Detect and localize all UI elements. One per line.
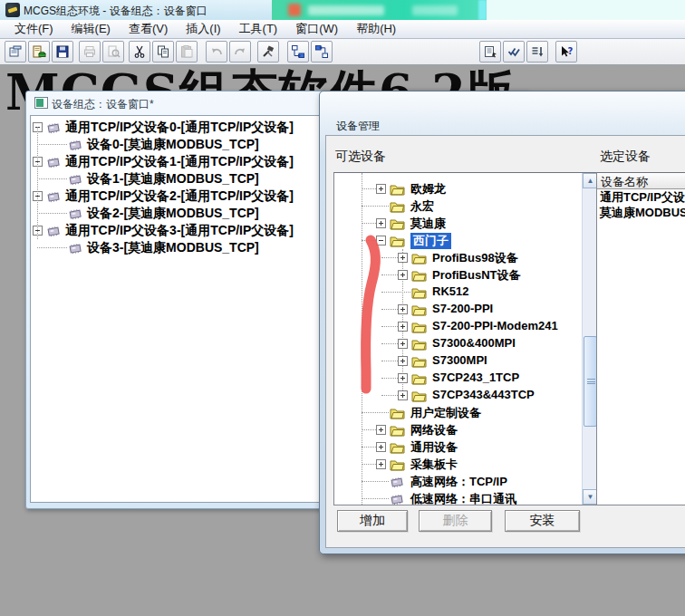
expand-icon[interactable] [398,339,408,349]
device-tree-label[interactable]: 通用TCP/IP父设备3-[通用TCP/IP父设备] [65,223,294,239]
open-button[interactable] [28,41,50,63]
print-preview-button[interactable] [102,41,124,63]
available-device-label[interactable]: 网络设备 [410,422,458,438]
collapse-icon[interactable] [376,236,386,245]
save-button[interactable] [52,41,73,63]
available-device-label[interactable]: 永宏 [410,198,434,215]
folder-icon [410,285,427,299]
device-window-title: 设备组态：设备窗口* [52,97,154,112]
device-tree-label[interactable]: 设备1-[莫迪康MODBUS_TCP] [87,171,259,188]
device-name-column-header[interactable]: 设备名称 [597,173,685,189]
available-device-label[interactable]: 用户定制设备 [410,405,481,421]
print-icon [82,44,97,59]
available-device-label[interactable]: 采集板卡 [410,457,458,473]
device-manager-dialog: 设备管理 可选设备 选定设备 ▲ ▼ 欧姆龙永宏莫迪康西门子ProfiBus98… [319,91,685,554]
available-device-row[interactable]: 西门子 [334,232,597,249]
available-device-label[interactable]: 欧姆龙 [410,181,446,197]
print-button[interactable] [79,41,101,63]
available-device-label[interactable]: S7300&400MPI [432,336,516,350]
available-device-row[interactable]: 欧姆龙 [334,180,597,197]
redo-button[interactable] [229,41,251,63]
available-device-row[interactable]: 通用设备 [334,438,597,456]
delete-button[interactable]: 删除 [419,510,492,532]
undo-button[interactable] [206,41,227,63]
check-button[interactable] [503,41,525,63]
install-button[interactable]: 安装 [505,510,580,532]
available-device-row[interactable]: S7300&400MPI [334,335,597,352]
menu-item-工具T[interactable]: 工具(T) [230,19,287,39]
available-device-row[interactable]: ProfiBusNT设备 [334,266,597,284]
available-device-label[interactable]: ProfiBusNT设备 [432,267,521,284]
cut-button[interactable] [129,41,150,63]
copy-button[interactable] [152,41,174,63]
expand-icon[interactable] [376,459,386,469]
device-tree-label[interactable]: 设备2-[莫迪康MODBUS_TCP] [87,206,259,222]
available-device-row[interactable]: ProfiBus98设备 [334,249,597,266]
available-device-label[interactable]: 通用设备 [410,439,458,456]
sort-button[interactable] [526,41,548,63]
expand-icon[interactable] [398,270,408,280]
available-device-row[interactable]: 莫迪康 [334,215,597,232]
available-device-label[interactable]: S7CP243_1TCP [432,371,519,384]
tools-button[interactable] [257,41,279,63]
help-button[interactable]: ? [555,41,577,63]
available-device-row[interactable]: 低速网络：串口通讯 [334,490,597,505]
expand-icon[interactable] [376,425,386,435]
expand-icon[interactable] [376,218,386,228]
chip-icon [67,172,83,186]
available-device-label[interactable]: ProfiBus98设备 [432,250,518,266]
expand-icon[interactable] [376,184,386,194]
available-device-row[interactable]: S7CP343&443TCP [334,387,597,404]
paste-button[interactable] [176,41,198,63]
device-flow-button[interactable] [287,41,309,63]
folder-icon [389,199,405,213]
folder-icon [389,457,405,471]
add-button[interactable]: 增加 [337,510,408,532]
menu-item-编辑E[interactable]: 编辑(E) [63,19,120,39]
device-tree-label[interactable]: 通用TCP/IP父设备2-[通用TCP/IP父设备] [65,188,294,205]
available-device-label[interactable]: S7-200-PPI-Modem241 [432,319,558,332]
expand-icon[interactable] [398,373,408,383]
available-device-label[interactable]: 低速网络：串口通讯 [410,491,516,505]
selected-device-row[interactable]: 通用TCP/IP父设备 [597,189,685,205]
available-device-row[interactable]: RK512 [334,284,597,301]
menu-item-插入I[interactable]: 插入(I) [177,19,229,39]
selected-device-row[interactable]: 莫迪康MODBUS_TCP [597,205,685,220]
available-device-label[interactable]: S7-200-PPI [432,302,493,315]
menu-item-查看V[interactable]: 查看(V) [120,19,177,39]
available-device-row[interactable]: S7300MPI [334,352,597,370]
device-tree-label[interactable]: 通用TCP/IP父设备0-[通用TCP/IP父设备] [65,120,294,136]
device-tree-label[interactable]: 通用TCP/IP父设备1-[通用TCP/IP父设备] [65,154,294,170]
open-icon [32,44,46,59]
available-device-label[interactable]: RK512 [432,284,468,298]
expand-icon[interactable] [398,390,408,400]
expand-icon[interactable] [376,442,386,452]
new-button[interactable] [5,41,26,63]
available-device-label[interactable]: S7CP343&443TCP [432,388,535,401]
available-device-row[interactable]: S7-200-PPI [334,301,597,318]
available-device-row[interactable]: 高速网络：TCP/IP [334,473,597,490]
expand-icon[interactable] [398,304,408,314]
available-device-label[interactable]: 高速网络：TCP/IP [410,474,507,490]
properties-button[interactable] [479,41,501,63]
available-device-row[interactable]: 采集板卡 [334,456,597,473]
chip-icon [67,138,83,151]
menu-item-文件F[interactable]: 文件(F) [5,19,63,39]
menu-bar: 文件(F)编辑(E)查看(V)插入(I)工具(T)窗口(W)帮助(H) [0,20,685,39]
available-device-row[interactable]: S7-200-PPI-Modem241 [334,318,597,335]
available-device-label[interactable]: 西门子 [410,233,451,249]
available-device-row[interactable]: 网络设备 [334,421,597,438]
menu-item-帮助H[interactable]: 帮助(H) [347,19,405,39]
available-device-row[interactable]: S7CP243_1TCP [334,370,597,387]
expand-icon[interactable] [398,253,408,263]
device-flow2-button[interactable] [311,41,333,63]
device-tree-label[interactable]: 设备0-[莫迪康MODBUS_TCP] [87,137,259,153]
available-device-row[interactable]: 用户定制设备 [334,404,597,421]
available-device-label[interactable]: S7300MPI [432,353,487,367]
device-tree-label[interactable]: 设备3-[莫迪康MODBUS_TCP] [87,240,259,256]
expand-icon[interactable] [398,322,408,332]
available-device-row[interactable]: 永宏 [334,197,597,215]
menu-item-窗口W[interactable]: 窗口(W) [286,19,347,39]
expand-icon[interactable] [398,356,408,366]
available-device-label[interactable]: 莫迪康 [410,216,446,232]
